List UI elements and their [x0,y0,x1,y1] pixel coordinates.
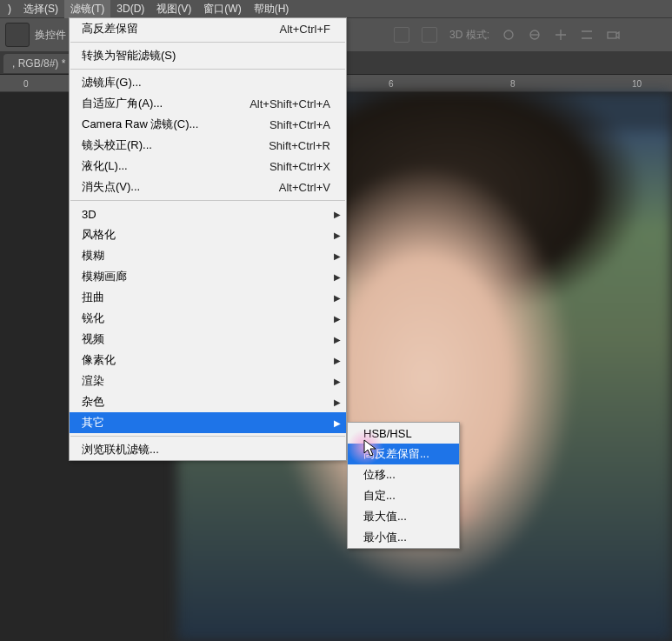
menu-item-label: 视频 [82,331,330,347]
menu-item-shortcut: Shift+Ctrl+R [269,139,330,152]
menu-item-label: 其它 [82,415,330,431]
menu-window[interactable]: 窗口(W) [197,0,247,18]
menu-item-label: 扭曲 [82,290,330,305]
tool-preset-swatch[interactable] [5,23,30,47]
submenu-item-high-pass[interactable]: 高反差保留... [348,444,459,464]
ruler-tick-label: 0 [23,79,29,89]
menu-filter[interactable]: 滤镜(T) [64,0,110,18]
menu-item-sharpen[interactable]: 锐化 ▶ [70,308,346,329]
menu-item-label: 自适应广角(A)... [82,96,250,111]
submenu-arrow-icon: ▶ [334,397,341,407]
menu-item-noise[interactable]: 杂色 ▶ [70,391,346,412]
menu-item-shortcut: Alt+Ctrl+V [279,181,330,194]
menu-item-3d[interactable]: 3D ▶ [70,204,346,224]
menu-item-other[interactable]: 其它 ▶ [70,412,346,433]
menu-layer-fragment[interactable]: ) [2,1,17,17]
submenu-arrow-icon: ▶ [334,356,341,365]
svg-point-0 [504,30,513,39]
submenu-arrow-icon: ▶ [334,210,341,219]
orbit-icon[interactable] [502,28,516,42]
ruler-tick-label: 8 [510,79,516,89]
submenu-arrow-icon: ▶ [334,251,341,261]
submenu-item-minimum[interactable]: 最小值... [348,527,459,548]
menu-item-label: 杂色 [82,394,330,410]
submenu-arrow-icon: ▶ [334,418,341,428]
menubar: ) 选择(S) 滤镜(T) 3D(D) 视图(V) 窗口(W) 帮助(H) [0,0,672,17]
menu-item-label: 消失点(V)... [82,179,279,195]
menu-item-label: 液化(L)... [82,158,269,174]
submenu-arrow-icon: ▶ [334,377,341,386]
menu-item-label: 最大值... [363,509,407,524]
slide-icon[interactable] [580,28,594,42]
menu-item-lens-correction[interactable]: 镜头校正(R)... Shift+Ctrl+R [70,135,346,156]
ruler-tick-label: 6 [389,79,394,89]
menu-item-label: 镜头校正(R)... [82,137,269,153]
submenu-item-hsb-hsl[interactable]: HSB/HSL [348,423,459,444]
menu-item-label: 自定... [363,488,396,504]
menu-item-pixelate[interactable]: 像素化 ▶ [70,350,346,371]
menu-item-video[interactable]: 视频 ▶ [70,329,346,350]
distribute-icon[interactable] [422,27,437,43]
menu-item-label: 位移... [363,467,396,483]
svg-rect-2 [608,32,616,38]
menu-item-render[interactable]: 渲染 ▶ [70,371,346,391]
pan-icon[interactable] [554,28,568,42]
submenu-item-offset[interactable]: 位移... [348,464,459,485]
menu-separator [70,42,345,43]
mode-3d-label: 3D 模式: [449,28,489,43]
menu-item-label: 高反差保留... [363,446,429,462]
menu-item-label: 滤镜库(G)... [82,75,330,90]
menu-item-liquify[interactable]: 液化(L)... Shift+Ctrl+X [70,156,346,177]
menu-item-blur-gallery[interactable]: 模糊画廊 ▶ [70,266,346,287]
menu-item-label: 浏览联机滤镜... [82,442,330,457]
menu-item-shortcut: Alt+Ctrl+F [279,23,330,36]
menu-item-shortcut: Alt+Shift+Ctrl+A [250,97,330,110]
menu-item-label: 高反差保留 [82,21,279,37]
menu-item-label: 3D [82,208,330,221]
submenu-item-maximum[interactable]: 最大值... [348,506,459,527]
menu-select[interactable]: 选择(S) [17,0,64,18]
menu-item-label: 风格化 [82,227,330,243]
menu-item-shortcut: Shift+Ctrl+X [269,160,330,173]
options-label: 换控件 [35,28,66,43]
menu-3d[interactable]: 3D(D) [110,1,150,17]
align-icon[interactable] [394,27,409,43]
menu-item-blur[interactable]: 模糊 ▶ [70,245,346,266]
menu-item-label: Camera Raw 滤镜(C)... [82,117,269,132]
menu-item-stylize[interactable]: 风格化 ▶ [70,224,346,245]
menu-item-label: HSB/HSL [363,427,412,440]
menu-item-label: 最小值... [363,530,407,545]
menu-item-filter-gallery[interactable]: 滤镜库(G)... [70,72,346,93]
submenu-arrow-icon: ▶ [334,314,341,324]
menu-item-convert-smart-filter[interactable]: 转换为智能滤镜(S) [70,45,346,66]
submenu-arrow-icon: ▶ [334,293,341,303]
menu-item-camera-raw[interactable]: Camera Raw 滤镜(C)... Shift+Ctrl+A [70,114,346,135]
submenu-item-custom[interactable]: 自定... [348,485,459,506]
menu-help[interactable]: 帮助(H) [248,0,296,18]
roll-icon[interactable] [528,28,542,42]
menu-item-label: 渲染 [82,373,330,389]
ruler-tick-label: 10 [632,79,642,89]
menu-separator [70,69,345,70]
menu-item-vanishing-point[interactable]: 消失点(V)... Alt+Ctrl+V [70,177,346,197]
menu-separator [70,436,345,437]
submenu-arrow-icon: ▶ [334,230,341,240]
menu-view[interactable]: 视图(V) [150,0,197,18]
menu-item-label: 模糊画廊 [82,269,330,284]
submenu-arrow-icon: ▶ [334,335,341,344]
menu-item-adaptive-wide-angle[interactable]: 自适应广角(A)... Alt+Shift+Ctrl+A [70,93,346,114]
menu-item-label: 模糊 [82,248,330,264]
filter-other-submenu: HSB/HSL 高反差保留... 位移... 自定... 最大值... 最小值.… [347,422,460,549]
menu-item-shortcut: Shift+Ctrl+A [269,118,330,131]
menu-separator [70,200,345,201]
menu-item-browse-online[interactable]: 浏览联机滤镜... [70,439,346,460]
menu-item-label: 锐化 [82,310,330,326]
document-tab[interactable]: , RGB/8#) * [3,54,74,73]
submenu-arrow-icon: ▶ [334,272,341,282]
menu-item-label: 像素化 [82,352,330,368]
filter-menu-dropdown: 高反差保留 Alt+Ctrl+F 转换为智能滤镜(S) 滤镜库(G)... 自适… [69,17,347,461]
menu-item-label: 转换为智能滤镜(S) [82,48,330,63]
menu-item-last-filter[interactable]: 高反差保留 Alt+Ctrl+F [70,18,346,39]
menu-item-distort[interactable]: 扭曲 ▶ [70,287,346,308]
camera-icon[interactable] [606,28,620,42]
